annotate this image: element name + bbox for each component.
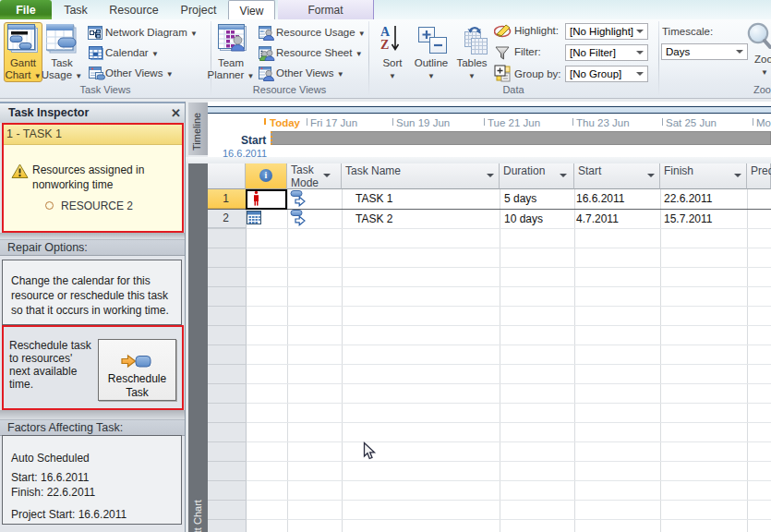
svg-text:Z: Z	[380, 38, 389, 52]
svg-text:A: A	[380, 25, 391, 39]
